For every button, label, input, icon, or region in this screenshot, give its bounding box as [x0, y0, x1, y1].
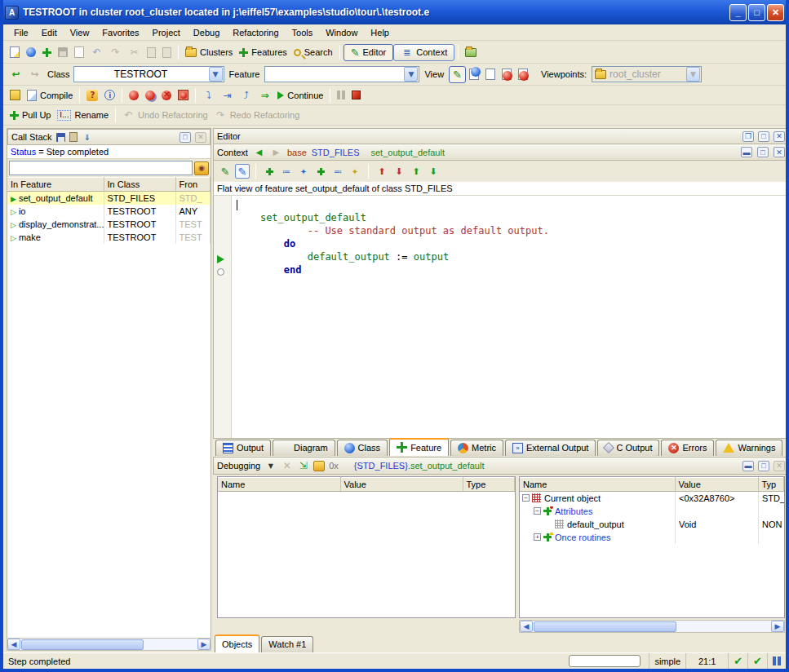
suppliers-button[interactable]: ⬇	[426, 164, 441, 179]
code-text[interactable]: set_output_default -- Use standard outpu…	[232, 196, 788, 438]
contract-view-button[interactable]	[313, 164, 328, 179]
menu-item-tools[interactable]: Tools	[286, 26, 319, 39]
context-close-icon[interactable]: ✕	[773, 147, 785, 157]
save-button[interactable]	[55, 46, 71, 59]
search-button[interactable]: Search	[290, 46, 336, 59]
rename-button[interactable]: I...Rename	[54, 108, 112, 122]
scroll-right-icon[interactable]: ▶	[197, 639, 211, 650]
callstack-from-cell[interactable]: TEST	[175, 218, 211, 231]
tree-expander-icon[interactable]: −	[522, 494, 530, 502]
object-tree-row[interactable]: −Attributes	[520, 505, 784, 518]
code-line[interactable]: -- Use standard output as default output…	[237, 224, 788, 237]
enable-breakpoints-button[interactable]	[142, 89, 158, 102]
callstack-filter-button[interactable]: ◉	[194, 161, 209, 175]
step-into-button[interactable]: ⤵	[199, 87, 218, 103]
redo-button[interactable]: ↷	[106, 45, 125, 60]
step-over-button[interactable]: ⇥	[218, 87, 237, 103]
info-button[interactable]: i	[101, 88, 118, 102]
compile-button[interactable]: Compile	[24, 88, 76, 103]
run-button[interactable]: ⇒	[255, 87, 274, 103]
menu-item-favorites[interactable]: Favorites	[96, 26, 144, 39]
continue-button[interactable]: Continue	[274, 89, 326, 102]
help-ball-button[interactable]: ?	[83, 88, 101, 103]
editor-close-icon[interactable]: ✕	[773, 131, 785, 142]
call-stack-header[interactable]: Call Stack ⇓ □ ✕	[7, 129, 211, 145]
menu-item-file[interactable]: File	[8, 26, 34, 39]
callstack-import-icon[interactable]: ⇓	[82, 131, 94, 144]
objects-hscrollbar[interactable]: ◀ ▶	[519, 620, 785, 633]
view-flat-contract-button[interactable]	[515, 67, 531, 82]
tab-c-output[interactable]: C Output	[597, 440, 659, 456]
callstack-column-header[interactable]: Fron	[175, 178, 211, 192]
debugging-bubble-icon[interactable]	[313, 461, 325, 471]
callstack-save-icon[interactable]	[56, 133, 65, 142]
context-forward-icon[interactable]: ▶	[270, 146, 282, 158]
callstack-class-cell[interactable]: TESTROOT	[104, 218, 175, 231]
undo-refactoring-button[interactable]: ↶Undo Refactoring	[119, 108, 211, 123]
title-bar[interactable]: A TESTROOT in cluster root_cluster locat…	[0, 0, 789, 24]
breadcrumb-cluster[interactable]: base	[287, 148, 307, 157]
call-stack-row[interactable]: ▷makeTESTROOTTEST	[7, 231, 211, 244]
debugging-close-tool-icon[interactable]: ✕	[281, 460, 293, 472]
editor-toggle-button[interactable]: ✎Editor	[344, 44, 394, 61]
objects-column-header[interactable]: Name	[520, 478, 675, 492]
tab-feature[interactable]: Feature	[389, 438, 449, 456]
minimize-button[interactable]: _	[729, 4, 747, 21]
editor-header[interactable]: Editor ❐ □ ✕	[213, 128, 789, 144]
pause-button[interactable]	[334, 89, 348, 101]
edit-class-button[interactable]: ✎	[235, 164, 250, 179]
copy-button[interactable]	[144, 46, 159, 60]
code-line[interactable]: end	[237, 263, 788, 276]
breadcrumb-class[interactable]: STD_FILES	[312, 148, 360, 157]
code-line[interactable]	[237, 198, 788, 211]
callstack-column-header[interactable]: In Feature	[7, 178, 104, 192]
breakpoint-slot-icon[interactable]	[217, 268, 224, 276]
scroll-right-icon[interactable]: ▶	[771, 621, 784, 632]
descendants-button[interactable]: ⬇	[392, 164, 406, 179]
execution-point-icon[interactable]	[217, 255, 224, 263]
callstack-from-cell[interactable]: TEST	[175, 231, 211, 244]
scroll-left-icon[interactable]: ◀	[7, 639, 20, 650]
debugging-header[interactable]: Debugging ▼ ✕ ⇲ 0x {STD_FILES}.set_outpu…	[213, 457, 789, 475]
clients-button[interactable]: ⬆	[409, 164, 423, 179]
tab-output[interactable]: Output	[215, 440, 271, 456]
callstack-feature-cell[interactable]: ▶set_output_default	[7, 192, 104, 205]
call-stack-row[interactable]: ▷ioTESTROOTANY	[7, 205, 211, 218]
scroll-thumb[interactable]	[534, 621, 676, 632]
locals-column-header[interactable]: Name	[218, 478, 340, 492]
menu-item-view[interactable]: View	[64, 26, 95, 39]
step-out-button[interactable]: ⤴	[237, 87, 255, 103]
code-line[interactable]: default_output := output	[237, 250, 788, 263]
callstack-class-cell[interactable]: STD_FILES	[104, 192, 175, 205]
disable-breakpoints-button[interactable]: ✕	[158, 89, 175, 102]
menu-item-debug[interactable]: Debug	[188, 26, 225, 39]
locals-column-header[interactable]: Value	[340, 478, 463, 492]
feature-combobox[interactable]: ▼	[264, 66, 419, 82]
tree-expander-icon[interactable]: −	[534, 507, 541, 515]
callstack-copy-icon[interactable]	[69, 132, 78, 142]
tab-errors[interactable]: ✕Errors	[661, 440, 714, 456]
save-all-button[interactable]	[71, 45, 87, 60]
code-line[interactable]: do	[237, 237, 788, 250]
undo-button[interactable]: ↶	[87, 45, 106, 60]
close-button[interactable]: ✕	[767, 4, 784, 21]
view-editor-button[interactable]: ✎	[449, 66, 466, 83]
callstack-class-cell[interactable]: TESTROOT	[104, 205, 175, 218]
view-flat-button[interactable]	[482, 67, 499, 82]
objects-column-header[interactable]: Value	[675, 478, 758, 492]
project-settings-button[interactable]	[7, 88, 24, 102]
tab-metric[interactable]: Metric	[450, 440, 503, 456]
scroll-thumb[interactable]	[21, 639, 144, 650]
callstack-from-cell[interactable]: ANY	[175, 205, 211, 218]
code-editor[interactable]: set_output_default -- Use standard outpu…	[213, 196, 789, 439]
clickable-view-button[interactable]: ≔	[279, 164, 294, 179]
profile-button[interactable]	[462, 46, 480, 59]
edit-feature-button[interactable]: ✎	[218, 164, 233, 179]
callstack-feature-cell[interactable]: ▷make	[7, 231, 104, 244]
breadcrumb-feature[interactable]: set_output_default	[370, 148, 445, 157]
view-clickable-button[interactable]	[466, 67, 482, 82]
maximize-button[interactable]: □	[748, 4, 765, 21]
interface-view-button[interactable]: ≕	[330, 164, 345, 179]
basic-text-view-button[interactable]	[262, 164, 277, 179]
debugging-dropdown-icon[interactable]: ▼	[264, 460, 277, 472]
